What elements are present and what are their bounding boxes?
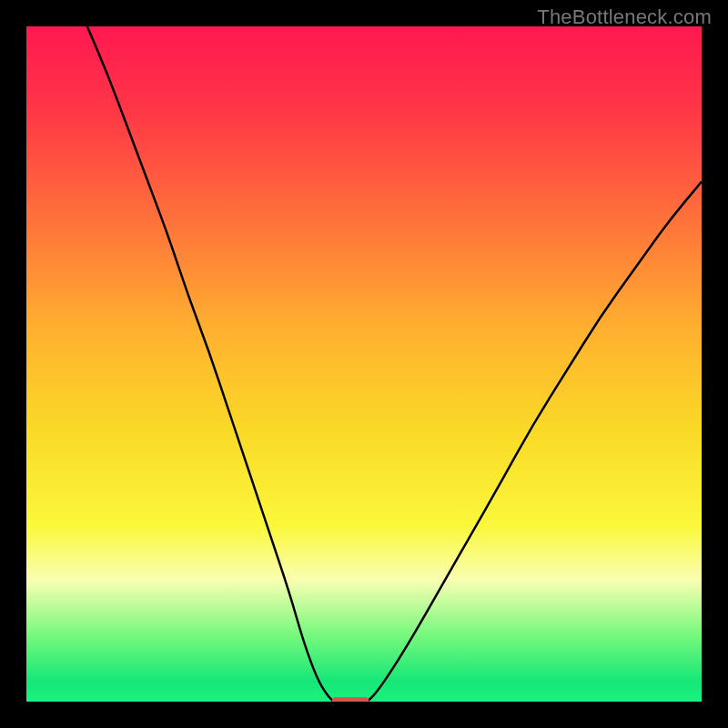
watermark-text: TheBottleneck.com [537, 5, 712, 29]
optimum-marker [332, 697, 369, 702]
bottleneck-chart [26, 26, 702, 702]
chart-plot-area [26, 26, 702, 702]
